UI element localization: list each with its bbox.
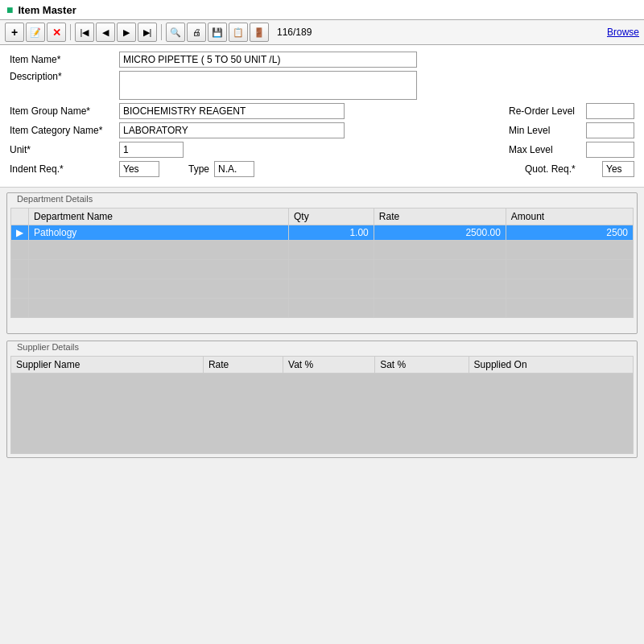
table-row [11, 279, 634, 299]
browse-link[interactable]: Browse [607, 27, 639, 38]
type-label: Type [188, 163, 209, 175]
exit-icon: 🚪 [254, 27, 265, 38]
table-row [11, 241, 634, 260]
description-label: Description* [10, 71, 114, 82]
supplier-section-title: Supplier Details [14, 342, 82, 352]
item-category-input[interactable] [119, 122, 345, 138]
reorder-section: Re-Order Level [509, 103, 634, 119]
toolbar: + 📝 ✕ |◀ ◀ ▶ ▶| 🔍 🖨 💾 📋 🚪 116/189 Browse [0, 20, 644, 45]
supplier-table-body [11, 374, 634, 454]
form-area: Item Name* Description* Item Group Name*… [0, 45, 644, 188]
edit-icon: 📝 [30, 27, 41, 38]
item-category-row: Item Category Name* Min Level [10, 122, 634, 138]
max-level-input[interactable] [586, 142, 634, 158]
type-input[interactable] [214, 161, 254, 177]
max-level-label: Max Level [509, 144, 581, 155]
department-table: Department Name Qty Rate Amount ▶ Pathol… [10, 208, 634, 318]
dept-name-cell: Pathology [29, 225, 289, 241]
item-group-row: Item Group Name* Re-Order Level [10, 103, 634, 119]
app-icon: ■ [6, 3, 13, 16]
copy-icon: 📋 [233, 27, 244, 38]
description-row: Description* [10, 71, 634, 100]
reorder-level-label: Re-Order Level [509, 105, 581, 117]
next-icon: ▶ [123, 27, 130, 38]
department-table-body: ▶ Pathology 1.00 2500.00 2500 [11, 225, 634, 318]
department-table-container: Department Name Qty Rate Amount ▶ Pathol… [7, 204, 637, 333]
item-name-label: Item Name* [10, 54, 114, 65]
search-icon: 🔍 [170, 27, 181, 38]
department-section-title: Department Details [14, 194, 96, 204]
department-details-section: Department Details Department Name Qty R… [6, 192, 638, 334]
add-icon: + [11, 26, 18, 39]
indent-req-label: Indent Req.* [10, 163, 114, 175]
item-category-label: Item Category Name* [10, 125, 114, 136]
save-button[interactable]: 💾 [208, 23, 227, 42]
supplier-details-section: Supplier Details Supplier Name Rate Vat … [6, 341, 638, 458]
supplier-table-container: Supplier Name Rate Vat % Sat % Supplied … [7, 353, 637, 457]
min-level-section: Min Level [509, 122, 634, 138]
min-level-label: Min Level [509, 125, 581, 136]
quot-req-input[interactable] [602, 161, 634, 177]
row-arrow: ▶ [11, 225, 29, 241]
rate-cell: 2500.00 [374, 225, 506, 241]
supplier-empty-cell [11, 374, 634, 454]
next-button[interactable]: ▶ [117, 23, 136, 42]
item-name-row: Item Name* [10, 52, 634, 68]
first-button[interactable]: |◀ [75, 23, 94, 42]
last-icon: ▶| [143, 27, 152, 38]
description-input[interactable] [119, 71, 417, 100]
rate-header: Rate [374, 208, 506, 225]
amount-cell: 2500 [506, 225, 633, 241]
supplier-vat-header: Vat % [283, 357, 375, 374]
supplier-rate-header: Rate [203, 357, 283, 374]
quot-req-label: Quot. Req.* [525, 163, 597, 175]
quot-req-section: Quot. Req.* [525, 161, 634, 177]
first-icon: |◀ [80, 27, 89, 38]
unit-input[interactable] [119, 142, 184, 158]
save-icon: 💾 [212, 27, 223, 38]
supplier-name-header: Supplier Name [11, 357, 204, 374]
supplier-supplied-on-header: Supplied On [469, 357, 633, 374]
qty-cell: 1.00 [289, 225, 374, 241]
print-button[interactable]: 🖨 [187, 23, 206, 42]
delete-button[interactable]: ✕ [47, 23, 66, 42]
table-row[interactable]: ▶ Pathology 1.00 2500.00 2500 [11, 225, 634, 241]
supplier-sat-header: Sat % [375, 357, 469, 374]
edit-button[interactable]: 📝 [26, 23, 45, 42]
min-level-input[interactable] [586, 122, 634, 138]
prev-button[interactable]: ◀ [96, 23, 115, 42]
print-icon: 🖨 [192, 27, 201, 37]
copy-button[interactable]: 📋 [229, 23, 248, 42]
department-table-header: Department Name Qty Rate Amount [11, 208, 634, 225]
arrow-col-header [11, 208, 29, 225]
record-counter: 116/189 [277, 27, 312, 38]
dept-name-header: Department Name [29, 208, 289, 225]
item-name-input[interactable] [119, 52, 417, 68]
last-button[interactable]: ▶| [138, 23, 157, 42]
item-group-label: Item Group Name* [10, 105, 114, 117]
window-title: Item Master [18, 4, 76, 16]
sep2 [161, 24, 162, 40]
exit-button[interactable]: 🚪 [250, 23, 269, 42]
max-level-section: Max Level [509, 142, 634, 158]
indent-req-input[interactable] [119, 161, 159, 177]
unit-label: Unit* [10, 144, 114, 155]
prev-icon: ◀ [102, 27, 109, 38]
item-group-input[interactable] [119, 103, 345, 119]
reorder-level-input[interactable] [586, 103, 634, 119]
amount-header: Amount [506, 208, 633, 225]
table-row [11, 260, 634, 279]
supplier-table: Supplier Name Rate Vat % Sat % Supplied … [10, 356, 634, 454]
sep1 [70, 24, 71, 40]
indent-row: Indent Req.* Type Quot. Req.* [10, 161, 634, 177]
add-button[interactable]: + [5, 23, 24, 42]
search-button[interactable]: 🔍 [166, 23, 185, 42]
qty-header: Qty [289, 208, 374, 225]
delete-icon: ✕ [52, 27, 61, 39]
supplier-table-header: Supplier Name Rate Vat % Sat % Supplied … [11, 357, 634, 374]
unit-row: Unit* Max Level [10, 142, 634, 158]
table-row [11, 299, 634, 318]
title-bar: ■ Item Master [0, 0, 644, 20]
supplier-empty-row [11, 374, 634, 454]
